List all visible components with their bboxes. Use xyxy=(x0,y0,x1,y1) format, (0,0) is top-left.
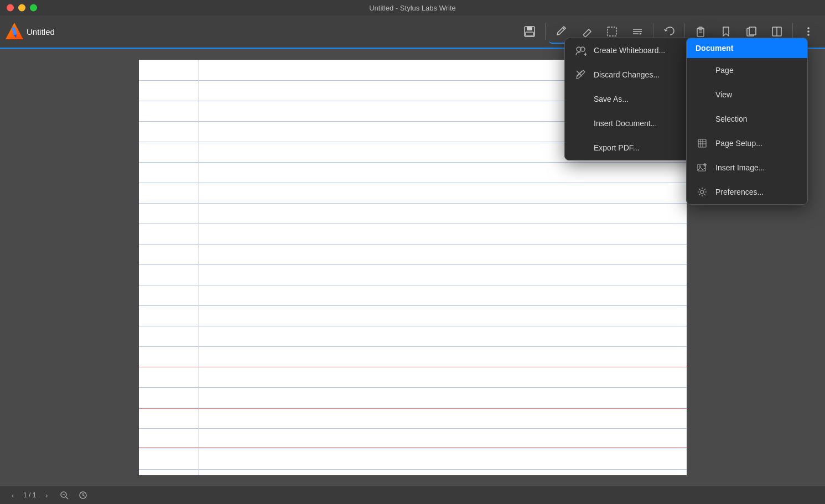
panel-item-preferences[interactable]: Preferences... xyxy=(687,180,807,204)
svg-rect-29 xyxy=(698,139,706,147)
page-icon xyxy=(696,64,709,77)
discard-changes-icon xyxy=(574,68,587,81)
svg-rect-4 xyxy=(527,27,532,30)
page-label: Page xyxy=(715,66,798,75)
next-page-button[interactable]: › xyxy=(40,489,53,501)
svg-rect-34 xyxy=(698,164,705,171)
svg-line-7 xyxy=(583,35,585,37)
separator-1 xyxy=(545,23,546,40)
preferences-label: Preferences... xyxy=(715,188,798,196)
export-pdf-icon xyxy=(574,141,587,154)
insert-image-label: Insert Image... xyxy=(715,163,798,172)
right-panel: Document Page View Selection Page Setup.… xyxy=(686,38,808,205)
svg-point-23 xyxy=(807,30,810,33)
preferences-icon xyxy=(696,185,709,199)
margin-line xyxy=(199,60,199,475)
document-title: Untitled xyxy=(27,27,515,37)
insert-image-icon xyxy=(696,161,709,174)
page-setup-label: Page Setup... xyxy=(715,139,798,148)
panel-item-page[interactable]: Page xyxy=(687,58,807,82)
minimize-button[interactable] xyxy=(18,4,25,12)
svg-line-40 xyxy=(66,497,68,499)
close-button[interactable] xyxy=(7,4,14,12)
save-button[interactable] xyxy=(517,19,542,44)
window-controls xyxy=(7,4,37,12)
svg-point-22 xyxy=(807,27,810,29)
zoom-button[interactable] xyxy=(57,488,71,502)
selection-label: Selection xyxy=(715,115,798,123)
panel-item-view[interactable]: View xyxy=(687,82,807,107)
create-whiteboard-icon xyxy=(574,44,587,57)
svg-marker-12 xyxy=(640,33,642,35)
panel-item-selection[interactable]: Selection xyxy=(687,107,807,131)
svg-rect-8 xyxy=(608,27,616,36)
svg-point-24 xyxy=(807,34,810,36)
panel-header: Document xyxy=(687,38,807,58)
page-setup-icon xyxy=(696,137,709,150)
svg-rect-18 xyxy=(749,27,756,35)
panel-item-page-setup[interactable]: Page Setup... xyxy=(687,131,807,155)
save-as-icon xyxy=(574,92,587,106)
window-title: Untitled - Stylus Labs Write xyxy=(369,4,456,12)
view-icon xyxy=(696,88,709,101)
app-logo xyxy=(4,22,24,41)
prev-page-button[interactable]: ‹ xyxy=(7,489,19,501)
statusbar: ‹ 1 / 1 › xyxy=(0,486,825,504)
maximize-button[interactable] xyxy=(30,4,37,12)
insert-document-icon xyxy=(574,117,587,130)
svg-point-38 xyxy=(701,190,704,194)
svg-line-6 xyxy=(563,28,564,29)
svg-point-35 xyxy=(699,166,701,168)
page-indicator: 1 / 1 xyxy=(23,491,36,499)
panel-item-insert-image[interactable]: Insert Image... xyxy=(687,155,807,180)
titlebar: Untitled - Stylus Labs Write xyxy=(0,0,825,15)
svg-rect-5 xyxy=(526,32,533,36)
history-button[interactable] xyxy=(76,488,90,502)
selection-icon xyxy=(696,112,709,126)
view-label: View xyxy=(715,90,798,99)
